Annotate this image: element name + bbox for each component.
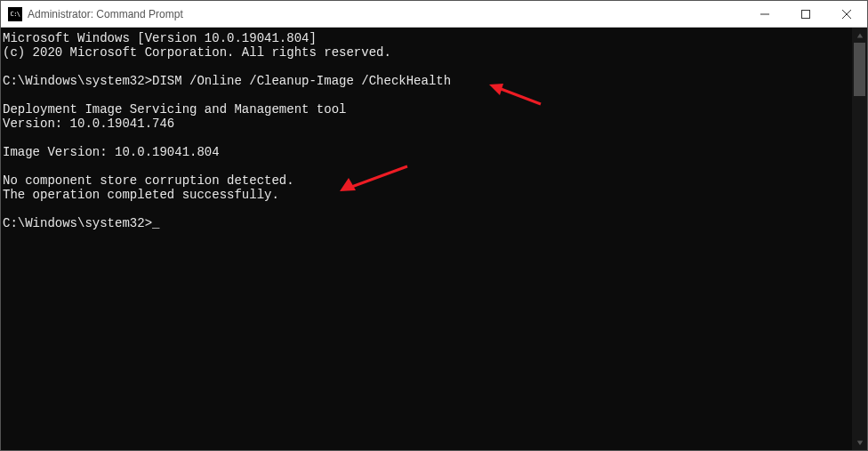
svg-line-1 (496, 87, 541, 104)
cmd-icon (8, 7, 22, 21)
svg-marker-5 (856, 33, 862, 37)
scroll-down-button[interactable] (852, 435, 867, 450)
scroll-thumb[interactable] (854, 43, 865, 96)
terminal-line: The operation completed successfully. (3, 188, 279, 202)
vertical-scrollbar[interactable] (852, 28, 867, 450)
close-button[interactable] (826, 1, 867, 28)
annotation-arrow-2 (277, 148, 416, 215)
minimize-icon (760, 10, 769, 19)
terminal-line: Microsoft Windows [Version 10.0.19041.80… (3, 31, 317, 45)
terminal-line: No component store corruption detected. (3, 173, 294, 188)
svg-marker-2 (489, 84, 503, 95)
client-area: Microsoft Windows [Version 10.0.19041.80… (1, 28, 867, 450)
svg-line-3 (347, 166, 407, 189)
scroll-up-button[interactable] (852, 28, 867, 43)
scroll-track[interactable] (852, 43, 867, 435)
chevron-down-icon (856, 439, 864, 447)
maximize-button[interactable] (785, 1, 826, 28)
terminal-output[interactable]: Microsoft Windows [Version 10.0.19041.80… (1, 28, 852, 450)
terminal-line: (c) 2020 Microsoft Corporation. All righ… (3, 45, 391, 60)
terminal-cursor: _ (152, 216, 159, 230)
window-title: Administrator: Command Prompt (28, 8, 183, 20)
titlebar[interactable]: Administrator: Command Prompt (1, 1, 867, 28)
chevron-up-icon (856, 32, 864, 39)
terminal-prompt: C:\Windows\system32> (3, 216, 152, 230)
terminal-line: Deployment Image Servicing and Managemen… (3, 102, 346, 117)
close-icon (842, 10, 851, 19)
svg-marker-6 (856, 440, 862, 445)
minimize-button[interactable] (744, 1, 785, 28)
svg-marker-4 (340, 178, 356, 191)
terminal-prompt: C:\Windows\system32> (3, 74, 152, 88)
terminal-line: Version: 10.0.19041.746 (3, 117, 174, 131)
command-prompt-window: Administrator: Command Prompt Microsoft … (0, 0, 868, 451)
svg-rect-0 (802, 10, 810, 18)
terminal-command: DISM /Online /Cleanup-Image /CheckHealth (152, 74, 451, 88)
maximize-icon (801, 10, 810, 19)
terminal-line: Image Version: 10.0.19041.804 (3, 145, 220, 159)
